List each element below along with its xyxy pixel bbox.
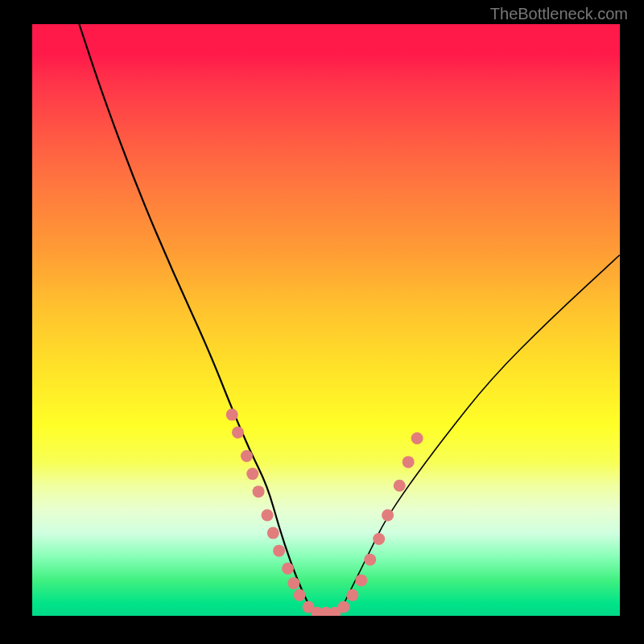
data-point-marker	[267, 527, 279, 539]
data-point-marker	[394, 480, 406, 492]
data-point-marker	[364, 554, 376, 566]
data-point-marker	[373, 533, 385, 545]
data-point-marker	[411, 432, 423, 444]
chart-plot-area	[32, 24, 620, 616]
data-point-marker	[246, 468, 258, 480]
data-point-marker	[241, 450, 253, 462]
data-point-marker	[346, 589, 358, 601]
chart-svg	[32, 24, 620, 616]
data-point-marker	[294, 589, 306, 601]
curve-left-branch	[79, 24, 314, 616]
data-point-marker	[273, 545, 285, 557]
data-point-marker	[402, 456, 415, 468]
data-point-marker	[355, 574, 367, 586]
data-point-marker	[226, 409, 238, 421]
data-point-marker	[287, 577, 299, 589]
data-point-marker	[282, 563, 294, 575]
data-point-marker	[337, 601, 349, 613]
data-point-marker	[232, 427, 244, 439]
watermark-text: TheBottleneck.com	[490, 5, 628, 23]
curve-right-branch	[338, 255, 620, 616]
data-point-marker	[262, 510, 274, 522]
data-point-marker	[253, 485, 265, 497]
data-point-marker	[382, 510, 394, 522]
